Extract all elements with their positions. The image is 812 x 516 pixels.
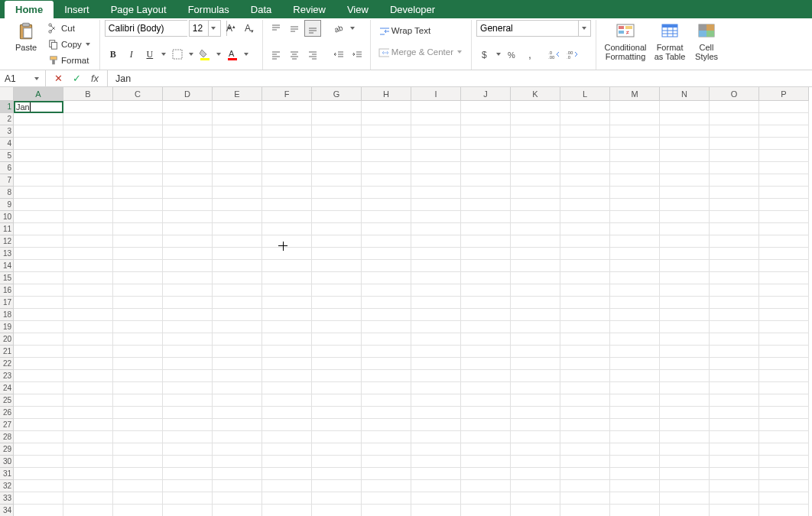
cell[interactable] [113,456,163,468]
cell[interactable] [560,346,610,358]
column-header[interactable]: H [362,87,411,101]
cell[interactable] [362,162,411,174]
cell[interactable] [113,199,163,211]
cell[interactable] [362,248,411,260]
underline-button[interactable]: U [141,46,158,63]
cell[interactable] [461,468,511,480]
cell[interactable] [163,480,213,492]
number-format-dropdown[interactable] [578,21,589,36]
cell[interactable] [163,101,213,113]
cell[interactable] [213,101,262,113]
cell[interactable] [63,113,113,125]
cell[interactable] [710,505,759,516]
cell[interactable] [759,382,809,394]
cell[interactable] [113,468,163,480]
cell[interactable] [113,223,163,235]
cell[interactable] [262,138,312,150]
column-header[interactable]: F [262,87,312,101]
cell[interactable] [411,394,461,407]
column-header[interactable]: I [411,87,461,101]
cell[interactable] [312,394,362,407]
cell[interactable] [411,101,461,113]
cell[interactable] [113,370,163,382]
cell[interactable] [163,199,213,211]
cell[interactable] [710,297,759,309]
cell[interactable] [710,101,759,113]
cell[interactable] [14,211,63,223]
cell[interactable] [213,309,262,321]
cell[interactable] [113,101,163,113]
cell[interactable] [63,138,113,150]
cell[interactable] [213,284,262,297]
cell[interactable] [362,492,411,505]
cell[interactable] [710,284,759,297]
cell[interactable] [511,309,560,321]
cell[interactable] [411,505,461,516]
cell[interactable] [461,125,511,138]
cell[interactable] [461,272,511,284]
cell[interactable] [213,346,262,358]
cell[interactable] [14,297,63,309]
cell[interactable] [113,333,163,346]
cell[interactable] [610,480,660,492]
conditional-formatting-button[interactable]: ≠ Conditional Formatting [601,20,650,63]
cell[interactable] [262,235,312,248]
cell[interactable] [113,321,163,333]
cell[interactable] [610,443,660,456]
cell[interactable] [163,297,213,309]
borders-button[interactable] [169,46,186,63]
cell[interactable] [312,150,362,162]
cell[interactable] [312,235,362,248]
cell[interactable] [610,223,660,235]
cell[interactable] [511,370,560,382]
cell[interactable] [759,211,809,223]
cell[interactable] [163,431,213,443]
align-left-button[interactable] [268,46,284,63]
cell[interactable] [610,394,660,407]
cell[interactable] [759,248,809,260]
cell[interactable] [610,382,660,394]
cell[interactable] [610,370,660,382]
row-header[interactable]: 21 [0,346,14,358]
cell[interactable] [262,468,312,480]
cell[interactable] [461,456,511,468]
cell[interactable] [461,284,511,297]
fill-color-button[interactable] [197,46,213,63]
cell[interactable] [660,333,710,346]
cell[interactable] [660,394,710,407]
cell[interactable] [312,456,362,468]
cell[interactable] [610,211,660,223]
cell[interactable] [560,321,610,333]
cell[interactable] [14,431,63,443]
cell[interactable] [461,113,511,125]
cell[interactable] [213,431,262,443]
cell[interactable] [163,382,213,394]
cell[interactable] [710,407,759,419]
column-header[interactable]: C [113,87,163,101]
cell[interactable] [560,431,610,443]
cell[interactable] [362,284,411,297]
cell[interactable] [560,199,610,211]
cell[interactable] [660,321,710,333]
cell[interactable] [411,162,461,174]
cell[interactable] [511,174,560,187]
cell[interactable] [759,174,809,187]
cell[interactable] [560,309,610,321]
cell[interactable] [63,162,113,174]
cell[interactable] [262,150,312,162]
cell[interactable] [560,125,610,138]
cell[interactable] [511,505,560,516]
cell[interactable] [14,443,63,456]
font-color-button[interactable]: A [224,46,241,63]
cell[interactable] [411,358,461,370]
cell[interactable] [560,419,610,431]
cell[interactable] [14,260,63,272]
column-header[interactable]: D [163,87,213,101]
cell[interactable] [560,272,610,284]
cell[interactable] [312,480,362,492]
cell[interactable] [362,505,411,516]
row-header[interactable]: 27 [0,419,14,431]
cell[interactable] [610,321,660,333]
cell[interactable] [759,260,809,272]
cell[interactable] [63,187,113,199]
